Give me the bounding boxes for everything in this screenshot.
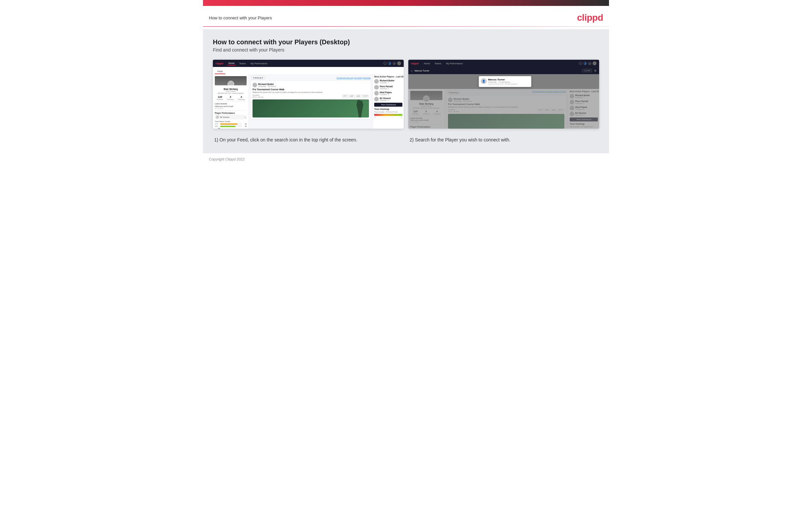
descriptions-row: 1) On your Feed, click on the search ico… (213, 136, 599, 143)
ott-key: OTT (215, 123, 220, 125)
player-avatar-small (216, 116, 219, 119)
player-img-2 (374, 85, 379, 90)
app-bar-container (220, 126, 242, 127)
screenshot-2-col: clippd Home Teams My Performance ⌕ 👤 ⚙ (408, 60, 599, 129)
avatar (228, 81, 234, 85)
result-name: Marcus Turner (488, 78, 517, 81)
player-details-4: Eli Vincent Activities: 1 (380, 97, 402, 101)
app-key: APP (215, 125, 220, 127)
search-icon[interactable]: ⌕ (383, 62, 387, 65)
big-score: 84 ARG 84 (215, 128, 247, 129)
header: How to connect with your Players clippd (203, 6, 609, 26)
activity-tags: OTT APP ARG PUTT (342, 94, 369, 98)
activity-footer: Duration 02 hr : 00 min OTT APP ARG PUTT (252, 94, 369, 98)
player-item-3: Hiral Pujara Activities: 3 (374, 91, 402, 95)
screenshots-row: clippd Home Teams My Performance ⌕ 👤 ⚙ F… (213, 60, 599, 129)
player-details-1: Richard Butler Activities: 7 (380, 79, 402, 84)
mock-nav-1: clippd Home Teams My Performance ⌕ 👤 ⚙ (213, 60, 404, 67)
heatmap-label-neg: -5 (374, 117, 376, 118)
following-label: Following (238, 98, 245, 100)
search-icon-2[interactable]: ⌕ (579, 62, 582, 65)
app-row: APP 70 (215, 125, 247, 127)
result-info: Marcus Turner Yesterday · 1.5 Handicap C… (488, 78, 517, 85)
following-row: Following ▾ Control who can see your act… (251, 76, 371, 80)
heatmap-label-pos: +5 (401, 117, 402, 118)
player-select-name: Eli Vincent (220, 116, 244, 118)
search-icon-overlay: ⌕ (411, 69, 413, 72)
mock-nav-icons-2: ⌕ 👤 ⚙ (579, 61, 596, 65)
feed-tab[interactable]: Feed (215, 69, 225, 74)
user-icon[interactable]: 👤 (388, 62, 391, 65)
mock-nav-performance[interactable]: My Performance (249, 62, 269, 65)
activities-num: 129 (217, 95, 223, 98)
profile-name: Blair McHarg (215, 88, 247, 90)
tag-arg: ARG (355, 94, 362, 98)
top-bar (203, 0, 609, 6)
clear-button[interactable]: CLEAR (582, 69, 592, 72)
player-name-2: Piers Parnell (380, 85, 402, 88)
user-info: Richard Butler Yesterday · The Grove (258, 83, 369, 87)
mock-search-nav: clippd Home Teams My Performance ⌕ 👤 ⚙ (408, 60, 599, 67)
step1-description: 1) On your Feed, click on the search ico… (214, 136, 402, 143)
following-num: 4 (238, 95, 245, 98)
mock-nav-teams[interactable]: Teams (238, 62, 247, 65)
player-item-4: Eli Vincent Activities: 1 (374, 97, 402, 101)
settings-icon-2[interactable]: ⚙ (588, 62, 591, 65)
player-img-1 (374, 79, 379, 84)
footer: Copyright Clippd 2022 (203, 153, 609, 165)
player-acts-2: Activities: 4 (380, 88, 402, 90)
mock-logo-1: clippd (216, 62, 223, 65)
search-bar: ⌕ Marcus Turner CLEAR ✕ (408, 67, 599, 74)
player-performance-title: Player Performance (215, 112, 247, 114)
tag-putt: PUTT (362, 94, 369, 98)
activity-card-header: Richard Butler Yesterday · The Grove (252, 83, 369, 87)
followers-label: Followers (227, 98, 234, 100)
activity-date: 27 Jul 2022 (215, 107, 247, 109)
app-val: 70 (243, 125, 247, 127)
quality-label: Total Player Quality (215, 120, 247, 122)
mock-content-1: Blair McHarg Golf Coach Mill Ride Golf C… (213, 74, 404, 129)
search-overlay: ⌕ Marcus Turner CLEAR ✕ 👤 Marcus Turner (408, 67, 599, 129)
user-icon-2[interactable]: 👤 (583, 62, 587, 65)
tag-app: APP (349, 94, 354, 98)
player-acts-3: Activities: 3 (380, 93, 402, 95)
mock-nav-teams-2[interactable]: Teams (433, 62, 443, 65)
followers-stat: 3 Followers (227, 95, 234, 100)
mock-logo-2: clippd (411, 62, 419, 65)
screenshot-1-browser: clippd Home Teams My Performance ⌕ 👤 ⚙ F… (213, 60, 404, 129)
mock-nav-home[interactable]: Home (227, 61, 236, 65)
player-img-4 (374, 97, 379, 101)
mock-right-panel-1: Most Active Players - Last 30 days Richa… (373, 74, 404, 129)
heatmap-labels: -5 +5 (374, 117, 402, 118)
search-result-item[interactable]: 👤 Marcus Turner Yesterday · 1.5 Handicap… (481, 78, 529, 85)
mock-nav-home-2[interactable]: Home (423, 62, 432, 65)
close-icon[interactable]: ✕ (594, 69, 596, 73)
following-button[interactable]: Following ▾ (251, 76, 265, 80)
search-dropdown: 👤 Marcus Turner Yesterday · 1.5 Handicap… (479, 76, 531, 87)
user-avatar (252, 83, 257, 87)
ott-bar-container (220, 123, 242, 125)
latest-activity-label: Latest Activity (215, 103, 247, 105)
control-link[interactable]: Control who can see your activity and da… (336, 77, 371, 79)
player-details-2: Piers Parnell Activities: 4 (380, 85, 402, 90)
step2-description: 2) Search for the Player you wish to con… (410, 136, 598, 143)
settings-icon[interactable]: ⚙ (392, 62, 396, 65)
player-acts-4: Activities: 1 (380, 99, 402, 101)
mock-nav-perf-2[interactable]: My Performance (445, 62, 464, 65)
user-name: Richard Butler (258, 83, 369, 85)
player-name-3: Hiral Pujara (380, 91, 402, 93)
avatar-2[interactable] (592, 61, 596, 65)
profile-club: Mill Ride Golf Club, United Kingdom (215, 92, 247, 94)
copyright-text: Copyright Clippd 2022 (209, 157, 245, 161)
stats-row: 129 Activities 3 Followers 4 Following (215, 95, 247, 100)
chevron-down-icon: ▾ (245, 116, 246, 119)
screenshot-1-col: clippd Home Teams My Performance ⌕ 👤 ⚙ F… (213, 60, 404, 129)
search-input[interactable]: Marcus Turner (415, 70, 580, 72)
player-name-4: Eli Vincent (380, 97, 402, 99)
description-col-2: 2) Search for the Player you wish to con… (408, 136, 599, 143)
avatar[interactable] (397, 61, 401, 65)
page-breadcrumb: How to connect with your Players (209, 15, 272, 20)
player-select[interactable]: Eli Vincent ▾ (215, 115, 247, 120)
user-meta: Yesterday · The Grove (258, 85, 369, 87)
team-dashboard-button[interactable]: Team Dashboard (374, 103, 402, 107)
